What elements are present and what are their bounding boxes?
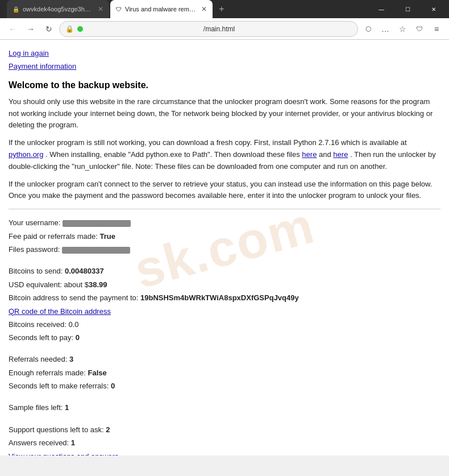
reload-button[interactable]: ↻: [41, 21, 57, 37]
back-button[interactable]: ←: [5, 21, 20, 37]
bitcoins-received-line: Bitcoins received: 0.0: [9, 318, 440, 331]
shield-button[interactable]: 🛡: [411, 21, 427, 37]
nav-bar: ← → ↻ 🔒 /main.html ⬡ … ☆ 🛡 ≡: [0, 18, 449, 40]
tab-favicon-first: 🔒: [13, 6, 19, 13]
bitcoins-received-label: Bitcoins received:: [9, 320, 66, 329]
tab-close-second[interactable]: ✕: [201, 5, 207, 13]
view-qa-link[interactable]: View your questions and answers: [9, 452, 440, 456]
python-before-text: If the unlocker program is still not wor…: [9, 138, 407, 147]
sample-files-value: 1: [65, 403, 69, 412]
username-line: Your username:: [9, 216, 440, 229]
close-button[interactable]: ✕: [421, 0, 447, 18]
btc-address-value: 19bNSHSm4bWRkTWiA8spxDXfGSPqJvq49y: [140, 293, 299, 302]
bitcoins-received-value: 0.0: [69, 320, 79, 329]
connect-paragraph: If the unlocker program can't connect to…: [9, 179, 440, 202]
support-questions-line: Support questions left to ask: 2: [9, 423, 440, 436]
extensions-button[interactable]: ⬡: [360, 21, 376, 37]
referrals-needed-label: Referrals needed:: [9, 355, 67, 363]
python-middle-text: . When installing, enable "Add python.ex…: [45, 150, 300, 159]
answers-label: Answers received:: [9, 438, 69, 447]
tab-label-first: owvkdek4oog5vzge3hx7pbaumj3d…: [23, 6, 92, 13]
qr-code-link[interactable]: QR code of the Bitcoin address: [9, 307, 440, 316]
address-text: /main.html: [86, 25, 352, 33]
usd-label: USD equivalent: about $38.99: [9, 280, 107, 289]
btc-address-label: Bitcoin address to send the payment to:: [9, 293, 138, 302]
answers-line: Answers received: 1: [9, 436, 440, 449]
fee-value: True: [99, 232, 115, 241]
tab-label-second: Virus and malware removal ins…: [125, 6, 196, 13]
fee-line: Fee paid or referrals made: True: [9, 230, 440, 243]
address-bar[interactable]: 🔒 /main.html: [59, 21, 358, 37]
usd-value: 38.99: [89, 280, 107, 289]
seconds-pay-value: 0: [76, 333, 80, 342]
support-questions-value: 2: [106, 425, 110, 434]
bitcoins-label: Bitcoins to send:: [9, 267, 63, 275]
referrals-needed-line: Referrals needed: 3: [9, 353, 440, 366]
new-tab-button[interactable]: +: [214, 1, 230, 17]
username-label: Your username:: [9, 218, 60, 227]
tab-second[interactable]: 🛡 Virus and malware removal ins… ✕: [110, 0, 213, 18]
bookmark-button[interactable]: ☆: [394, 21, 410, 37]
nav-right-controls: ⬡ … ☆ 🛡 ≡: [360, 21, 444, 37]
tab-close-first[interactable]: ✕: [98, 5, 103, 13]
minimize-button[interactable]: —: [368, 0, 394, 18]
enough-referrals-value: False: [88, 369, 106, 377]
password-value: [62, 247, 130, 254]
here2-link[interactable]: here: [333, 150, 348, 159]
here1-link[interactable]: here: [302, 150, 317, 159]
nav-links: Log in again Payment information: [9, 47, 440, 73]
password-label: Files password:: [9, 245, 60, 254]
menu-button[interactable]: ≡: [429, 21, 444, 37]
title-bar: 🔒 owvkdek4oog5vzge3hx7pbaumj3d… ✕ 🛡 Viru…: [0, 0, 449, 18]
and-conjunction: and: [319, 150, 331, 159]
security-dot: [77, 26, 83, 32]
seconds-referrals-label: Seconds left to make referrals:: [9, 382, 109, 390]
sample-files-line: Sample files left: 1: [9, 401, 440, 414]
username-value: [63, 220, 131, 227]
intro-paragraph: You should only use this website in the …: [9, 96, 440, 131]
payment-information-link[interactable]: Payment information: [9, 60, 440, 73]
python-org-link[interactable]: python.org: [9, 150, 43, 159]
content-inner: Log in again Payment information Welcome…: [9, 47, 440, 456]
seconds-referrals-line: Seconds left to make referrals: 0: [9, 379, 440, 392]
lock-icon: 🔒: [65, 25, 74, 33]
seconds-pay-line: Seconds left to pay: 0: [9, 331, 440, 344]
page-content: sk.com Log in again Payment information …: [0, 40, 449, 456]
referrals-needed-value: 3: [69, 355, 73, 363]
restore-button[interactable]: ☐: [394, 0, 421, 18]
support-questions-label: Support questions left to ask:: [9, 425, 104, 434]
tab-favicon-second: 🛡: [116, 6, 122, 13]
fee-label: Fee paid or referrals made:: [9, 232, 98, 241]
python-paragraph: If the unlocker program is still not wor…: [9, 137, 440, 172]
enough-referrals-label: Enough referrals made:: [9, 369, 86, 377]
log-in-again-link[interactable]: Log in again: [9, 47, 440, 60]
forward-button[interactable]: →: [23, 21, 39, 37]
window-controls: — ☐ ✕: [368, 0, 447, 18]
password-line: Files password:: [9, 243, 440, 256]
page-heading: Welcome to the backup website.: [9, 80, 440, 90]
tab-first[interactable]: 🔒 owvkdek4oog5vzge3hx7pbaumj3d… ✕: [7, 0, 109, 18]
browser-chrome: 🔒 owvkdek4oog5vzge3hx7pbaumj3d… ✕ 🛡 Viru…: [0, 0, 449, 40]
usd-line: USD equivalent: about $38.99: [9, 278, 440, 291]
more-button[interactable]: …: [377, 21, 393, 37]
enough-referrals-line: Enough referrals made: False: [9, 366, 440, 379]
answers-value: 1: [71, 438, 75, 447]
seconds-pay-label: Seconds left to pay:: [9, 333, 73, 342]
divider: [9, 209, 440, 209]
bitcoins-value: 0.00480337: [65, 267, 104, 275]
info-section: Your username: Fee paid or referrals mad…: [9, 216, 440, 456]
seconds-referrals-value: 0: [111, 382, 115, 390]
bitcoins-send-line: Bitcoins to send: 0.00480337: [9, 264, 440, 278]
btc-address-line: Bitcoin address to send the payment to: …: [9, 291, 440, 304]
sample-files-label: Sample files left:: [9, 403, 63, 412]
